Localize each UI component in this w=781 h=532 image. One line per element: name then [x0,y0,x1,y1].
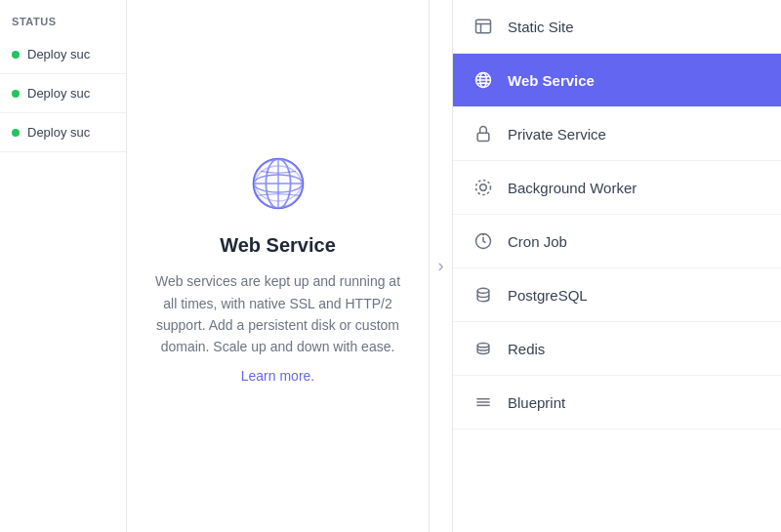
service-list: Static Site Web Service Private Service [453,0,781,532]
service-item-label: Web Service [508,72,595,89]
svg-point-14 [480,184,487,191]
service-item-label: Redis [508,341,545,357]
svg-point-6 [253,159,302,208]
service-item-blueprint[interactable]: Blueprint [453,376,781,430]
list-item: Deploy suc [0,35,126,74]
service-item-background-worker[interactable]: Background Worker [453,161,781,215]
service-item-private-service[interactable]: Private Service [453,107,781,161]
svg-point-15 [476,181,491,195]
left-panel: STATUS Deploy suc Deploy suc Deploy suc [0,0,127,532]
service-item-label: Private Service [508,126,606,143]
blueprint-icon [473,391,494,413]
status-dot [12,129,20,137]
lock-icon [473,123,494,144]
service-item-postgresql[interactable]: PostgreSQL [453,268,781,322]
svg-point-18 [477,288,489,293]
service-item-label: PostgreSQL [508,287,588,304]
web-service-icon [473,69,494,91]
service-item-static-site[interactable]: Static Site [453,0,781,54]
center-panel: Web Service Web services are kept up and… [127,0,430,532]
svg-point-19 [477,344,489,348]
svg-rect-13 [477,133,489,141]
service-description: Web services are kept up and running at … [154,270,401,358]
web-service-globe-icon [243,148,313,219]
redis-icon [473,338,494,359]
panel-divider: › [430,0,453,532]
service-item-redis[interactable]: Redis [453,322,781,376]
status-dot [12,90,20,98]
service-item-web-service[interactable]: Web Service [453,54,781,107]
postgres-icon [473,284,494,306]
cron-icon [473,230,494,252]
service-title: Web Service [220,234,336,257]
worker-icon [473,177,494,198]
service-item-label: Static Site [508,19,574,35]
list-item: Deploy suc [0,113,126,152]
status-text: Deploy suc [27,47,90,61]
static-site-icon [473,16,494,37]
service-item-label: Blueprint [508,394,565,411]
arrow-right-icon: › [438,256,444,276]
service-item-label: Background Worker [508,180,637,196]
svg-rect-7 [476,20,491,32]
status-header: STATUS [0,0,126,35]
service-item-cron-job[interactable]: Cron Job [453,215,781,268]
status-text: Deploy suc [27,125,90,140]
service-item-label: Cron Job [508,233,567,250]
status-dot [12,51,20,59]
list-item: Deploy suc [0,74,126,113]
learn-more-link[interactable]: Learn more. [241,368,314,384]
status-text: Deploy suc [27,86,90,101]
